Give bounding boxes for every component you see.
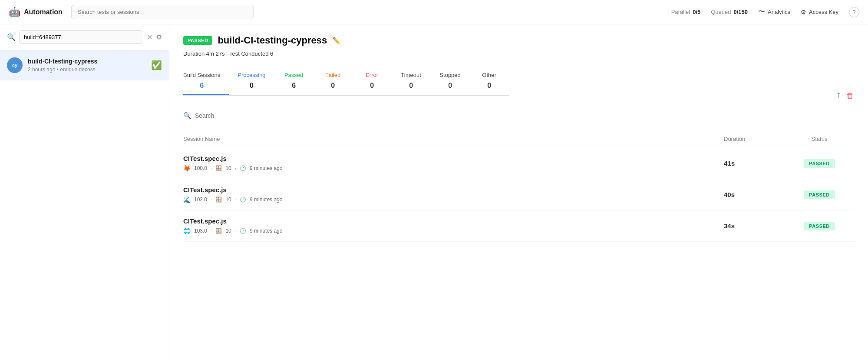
stat-timeout[interactable]: Timeout 0: [392, 67, 431, 95]
session-meta: 🌐 103.0 · 🪟 10 · 🕐 9 minutes ago: [183, 227, 715, 234]
nav-search-container: [71, 5, 254, 19]
session-status: PASSED: [785, 190, 854, 199]
stat-passed[interactable]: Passed 6: [274, 67, 314, 95]
parallel-stat: Parallel 0/5: [671, 9, 700, 15]
build-passed-badge: PASSED: [183, 36, 212, 45]
sidebar-search-input[interactable]: [19, 30, 143, 44]
stat-label-failed: Failed: [322, 72, 344, 78]
edit-icon[interactable]: ✏️: [332, 37, 341, 45]
session-duration: 34s: [715, 222, 785, 230]
app-title: Automation: [24, 8, 63, 16]
sessions-search-input[interactable]: [195, 112, 854, 119]
build-status-check-icon: ✅: [151, 60, 162, 70]
parallel-label: Parallel: [671, 9, 690, 15]
build-duration: Duration 4m 27s · Test Conducted 6: [183, 50, 854, 57]
sessions-search-area: 🔍: [183, 107, 854, 125]
stats-bar: Build Sessions 6 Processing 0 Passed 6: [183, 67, 509, 96]
build-avatar: cy: [7, 57, 23, 73]
os-icon: 🪟: [215, 165, 222, 171]
stat-value-failed: 0: [322, 82, 344, 90]
duration-value: 4m 27s: [206, 50, 225, 57]
stat-value-stopped: 0: [439, 82, 461, 90]
duration-label: Duration: [183, 50, 205, 57]
stat-label-processing: Processing: [238, 72, 265, 78]
separator-1: ·: [211, 165, 212, 171]
session-name: CITest.spec.js: [183, 217, 715, 225]
help-button[interactable]: ?: [849, 7, 859, 17]
delete-button[interactable]: 🗑: [846, 91, 854, 100]
stat-value-processing: 0: [238, 82, 265, 90]
access-key-label: Access Key: [809, 9, 838, 15]
main-content: PASSED build-CI-testing-cypress ✏️ Durat…: [169, 24, 868, 360]
session-status: PASSED: [785, 159, 854, 168]
sessions-list: CITest.spec.js 🦊 100.0 · 🪟 10 · 🕐 9 minu…: [183, 148, 854, 242]
build-name: build-CI-testing-cypress: [28, 58, 146, 65]
build-meta: 2 hours ago • enrique.decoss: [28, 67, 146, 73]
time-ago: 9 minutes ago: [250, 197, 282, 203]
stat-label-stopped: Stopped: [439, 72, 461, 78]
key-icon: ⚙: [801, 9, 806, 16]
queued-label: Queued: [711, 9, 731, 15]
stat-value-timeout: 0: [400, 82, 422, 90]
session-info: CITest.spec.js 🦊 100.0 · 🪟 10 · 🕐 9 minu…: [183, 155, 715, 172]
session-duration: 41s: [715, 160, 785, 167]
session-duration: 40s: [715, 191, 785, 198]
stat-value-build-sessions: 6: [183, 82, 220, 90]
os-version: 10: [225, 228, 231, 234]
stat-other[interactable]: Other 0: [470, 67, 509, 95]
analytics-link[interactable]: 〜 Analytics: [758, 7, 790, 17]
col-header-status: Status: [785, 136, 854, 142]
col-header-name: Session Name: [183, 136, 715, 142]
filter-button[interactable]: ⚙: [156, 33, 162, 41]
test-conducted-value: 6: [270, 50, 273, 57]
time-ago: 9 minutes ago: [250, 165, 282, 171]
stat-failed[interactable]: Failed 0: [314, 67, 353, 95]
session-name: CITest.spec.js: [183, 186, 715, 193]
session-status: PASSED: [785, 222, 854, 230]
stat-label-other: Other: [479, 72, 500, 78]
session-meta: 🦊 100.0 · 🪟 10 · 🕐 9 minutes ago: [183, 165, 715, 172]
access-key-link[interactable]: ⚙ Access Key: [801, 9, 838, 16]
stat-value-error: 0: [361, 82, 383, 90]
os-version: 10: [225, 165, 231, 171]
session-row[interactable]: CITest.spec.js 🌊 102.0 · 🪟 10 · 🕐 9 minu…: [183, 179, 854, 210]
browser-icon: 🌐: [183, 227, 191, 234]
session-row[interactable]: CITest.spec.js 🦊 100.0 · 🪟 10 · 🕐 9 minu…: [183, 148, 854, 179]
separator-2: ·: [235, 165, 236, 171]
session-meta: 🌊 102.0 · 🪟 10 · 🕐 9 minutes ago: [183, 196, 715, 203]
sessions-search-icon: 🔍: [183, 112, 191, 120]
build-title: build-CI-testing-cypress: [218, 35, 327, 46]
build-header: PASSED build-CI-testing-cypress ✏️: [183, 35, 854, 46]
stat-stopped[interactable]: Stopped 0: [431, 67, 470, 95]
share-button[interactable]: ⤴: [836, 91, 840, 100]
stat-label-timeout: Timeout: [400, 72, 422, 78]
separator-2: ·: [235, 197, 236, 203]
time-ago: 9 minutes ago: [250, 228, 282, 234]
build-info: build-CI-testing-cypress 2 hours ago • e…: [28, 58, 146, 73]
stat-label-build-sessions: Build Sessions: [183, 72, 220, 78]
stat-build-sessions[interactable]: Build Sessions 6: [183, 67, 229, 95]
stat-error[interactable]: Error 0: [353, 67, 392, 95]
content-inner: PASSED build-CI-testing-cypress ✏️ Durat…: [169, 24, 868, 252]
browser-version: 102.0: [194, 197, 207, 203]
analytics-chart-icon: 〜: [758, 7, 765, 17]
parallel-value: 0/5: [693, 9, 700, 15]
browser-version: 103.0: [194, 228, 207, 234]
clear-search-button[interactable]: ✕: [147, 33, 152, 41]
build-list-item[interactable]: cy build-CI-testing-cypress 2 hours ago …: [0, 50, 169, 80]
top-nav: 🤖 Automation Parallel 0/5 Queued 0/150 〜…: [0, 0, 868, 24]
browser-icon: 🌊: [183, 196, 191, 203]
sidebar-search-area: 🔍 ✕ ⚙: [0, 24, 169, 50]
stat-processing[interactable]: Processing 0: [229, 67, 274, 95]
queued-stat: Queued 0/150: [711, 9, 748, 15]
sidebar-search-icon: 🔍: [7, 33, 16, 41]
queued-value: 0/150: [734, 9, 748, 15]
robot-icon: 🤖: [9, 7, 20, 18]
separator-2: ·: [235, 228, 236, 234]
stat-value-passed: 6: [283, 82, 305, 90]
nav-right: Parallel 0/5 Queued 0/150 〜 Analytics ⚙ …: [671, 7, 859, 17]
nav-search-input[interactable]: [71, 5, 254, 19]
clock-icon: 🕐: [240, 197, 246, 203]
os-icon: 🪟: [215, 228, 222, 234]
session-row[interactable]: CITest.spec.js 🌐 103.0 · 🪟 10 · 🕐 9 minu…: [183, 210, 854, 242]
